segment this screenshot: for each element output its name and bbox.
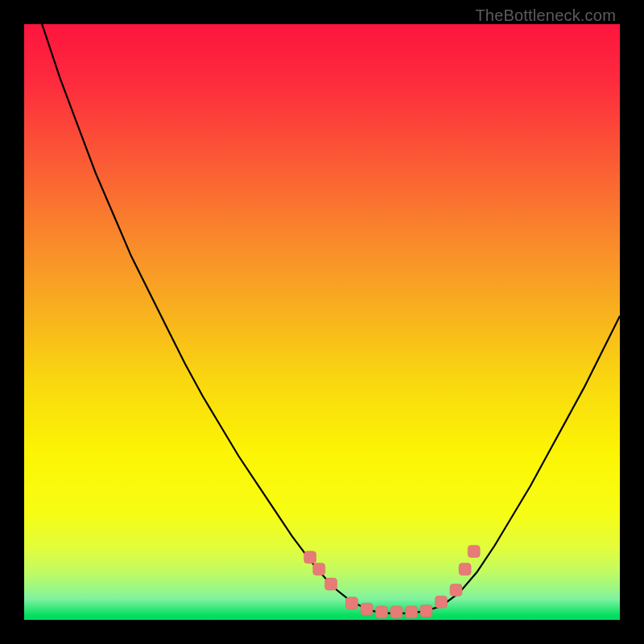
chart-frame: TheBottleneck.com xyxy=(0,0,644,644)
marker-point xyxy=(459,564,471,576)
marker-point xyxy=(325,578,337,590)
marker-point xyxy=(450,584,462,597)
marker-point xyxy=(304,551,316,564)
marker-point xyxy=(390,606,402,618)
marker-point xyxy=(376,606,388,618)
marker-point xyxy=(468,545,480,557)
marker-point xyxy=(361,603,373,615)
marker-point xyxy=(313,564,325,576)
bottleneck-curve xyxy=(24,24,620,613)
marker-point xyxy=(436,596,448,608)
watermark-text: TheBottleneck.com xyxy=(475,6,616,25)
marker-point xyxy=(346,597,358,609)
plot-area xyxy=(24,24,620,620)
marker-point xyxy=(420,605,432,617)
marker-point xyxy=(406,606,418,618)
chart-overlay xyxy=(24,24,620,620)
optimal-markers xyxy=(304,545,481,617)
